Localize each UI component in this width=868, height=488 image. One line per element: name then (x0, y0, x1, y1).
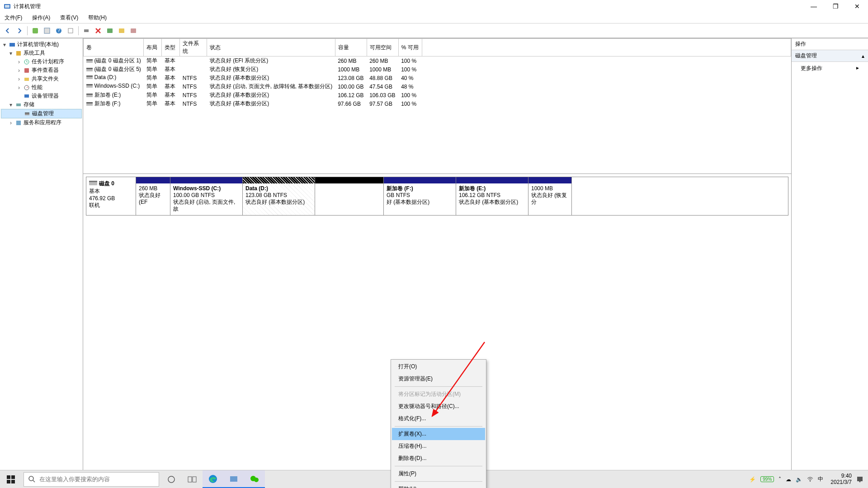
partition[interactable]: Windows-SSD (C:)100.00 GB NTFS状态良好 (启动, … (170, 177, 243, 215)
tb-icon[interactable] (42, 26, 52, 36)
partition[interactable]: 新加卷 (E:)106.12 GB NTFS状态良好 (基本数据分区) (456, 177, 528, 215)
tree-services[interactable]: ›服务和应用程序 (1, 118, 82, 127)
svg-rect-3 (44, 28, 50, 33)
svg-point-50 (810, 481, 811, 482)
actions-section[interactable]: 磁盘管理▴ (792, 50, 868, 62)
svg-point-49 (254, 478, 259, 482)
svg-text:?: ? (57, 28, 61, 33)
cortana-icon[interactable] (161, 470, 182, 488)
svg-line-42 (33, 480, 35, 482)
svg-rect-29 (86, 84, 93, 85)
ctx-props[interactable]: 属性(P) (392, 468, 485, 480)
col-layout[interactable]: 布局 (144, 39, 162, 56)
tb-icon[interactable] (81, 26, 91, 36)
minimize-button[interactable]: — (808, 3, 819, 10)
svg-point-41 (29, 476, 33, 481)
tb-icon[interactable] (117, 26, 127, 36)
start-button[interactable] (0, 470, 22, 488)
svg-rect-37 (7, 475, 10, 479)
maximize-button[interactable]: ❐ (830, 3, 841, 10)
ctx-shrink[interactable]: 压缩卷(H)... (392, 440, 485, 452)
actions-pane: 操作 磁盘管理▴ 更多操作▸ (791, 38, 868, 488)
volume-icon[interactable]: 🔈 (796, 476, 802, 483)
svg-rect-31 (86, 94, 93, 95)
onedrive-icon[interactable]: ☁ (786, 476, 791, 483)
edge-icon[interactable] (203, 470, 223, 488)
taskbar-clock[interactable]: 9:40 2021/3/7 (830, 473, 852, 485)
partition[interactable]: Data (D:)123.08 GB NTFS状态良好 (基本数据分区) (243, 177, 315, 215)
forward-button[interactable] (14, 26, 24, 36)
col-type[interactable]: 类型 (162, 39, 180, 56)
col-status[interactable]: 状态 (207, 39, 335, 56)
col-cap[interactable]: 容量 (335, 39, 367, 56)
col-pct[interactable]: % 可用 (398, 39, 422, 56)
svg-rect-18 (16, 103, 21, 106)
svg-rect-25 (86, 68, 93, 69)
wechat-icon[interactable] (244, 470, 265, 488)
table-row[interactable]: (磁盘 0 磁盘分区 1)简单基本状态良好 (EFI 系统分区)260 MB26… (84, 56, 791, 66)
tray-chevron-icon[interactable]: ˄ (778, 476, 781, 483)
notification-icon[interactable] (856, 476, 863, 483)
back-button[interactable] (3, 26, 13, 36)
partition[interactable]: 260 MB状态良好 (EF (136, 177, 170, 215)
tb-icon[interactable] (30, 26, 40, 36)
taskbar-search[interactable] (24, 472, 159, 487)
ctx-help[interactable]: 帮助(H) (392, 483, 485, 488)
menu-help[interactable]: 帮助(H) (86, 13, 108, 23)
tree-eventviewer[interactable]: ›事件查看器 (1, 66, 82, 75)
tb-help-icon[interactable]: ? (54, 26, 64, 36)
partition[interactable]: 新加卷 (F:) GB NTFS好 (基本数据分区) (384, 177, 456, 215)
battery-indicator[interactable]: 99% (760, 476, 774, 482)
svg-rect-8 (107, 28, 113, 33)
tree-shared[interactable]: ›共享文件夹 (1, 75, 82, 83)
close-button[interactable]: ✕ (852, 3, 863, 10)
tree-perf[interactable]: ›性能 (1, 83, 82, 92)
ctx-extend[interactable]: 扩展卷(X)... (392, 428, 485, 440)
disk-header[interactable]: 磁盘 0 基本 476.92 GB 联机 (86, 177, 136, 215)
table-row[interactable]: Data (D:)简单基本NTFS状态良好 (基本数据分区)123.08 GB4… (84, 74, 791, 82)
ctx-delete[interactable]: 删除卷(D)... (392, 452, 485, 465)
menu-view[interactable]: 查看(V) (58, 13, 80, 23)
svg-rect-45 (193, 477, 196, 482)
tree-tasksched[interactable]: ›任务计划程序 (1, 57, 82, 66)
tree-devmgr[interactable]: 设备管理器 (1, 92, 82, 100)
svg-rect-20 (25, 113, 29, 113)
tree-systools[interactable]: ▾系统工具 (1, 49, 82, 57)
tb-delete-icon[interactable] (93, 26, 103, 36)
svg-rect-39 (7, 480, 10, 483)
app-icon[interactable] (223, 470, 244, 488)
taskview-icon[interactable] (182, 470, 203, 488)
ctx-format[interactable]: 格式化(F)... (392, 413, 485, 425)
ctx-explorer[interactable]: 资源管理器(E) (392, 373, 485, 385)
table-row[interactable]: (磁盘 0 磁盘分区 5)简单基本状态良好 (恢复分区)1000 MB1000 … (84, 65, 791, 74)
col-fs[interactable]: 文件系统 (180, 39, 207, 56)
context-menu: 打开(O) 资源管理器(E) 将分区标记为活动分区(M) 更改驱动器号和路径(C… (391, 359, 486, 488)
col-free[interactable]: 可用空间 (367, 39, 398, 56)
tb-icon[interactable] (105, 26, 115, 36)
tb-icon[interactable] (66, 26, 75, 36)
table-row[interactable]: Windows-SSD (C:)简单基本NTFS状态良好 (启动, 页面文件, … (84, 82, 791, 91)
tb-icon[interactable] (128, 26, 138, 36)
ime-indicator[interactable]: 中 (818, 475, 823, 483)
ctx-change-letter[interactable]: 更改驱动器号和路径(C)... (392, 400, 485, 413)
ctx-open[interactable]: 打开(O) (392, 361, 485, 373)
col-volume[interactable]: 卷 (84, 39, 144, 56)
search-icon (28, 476, 36, 483)
wifi-icon[interactable] (807, 477, 813, 482)
system-tray: ⚡ 99% ˄ ☁ 🔈 中 9:40 2021/3/7 (745, 473, 868, 485)
tree-diskmgmt[interactable]: 磁盘管理 (1, 109, 82, 118)
menubar: 文件(F) 操作(A) 查看(V) 帮助(H) (0, 13, 868, 23)
partition[interactable]: 1000 MB状态良好 (恢复分 (528, 177, 572, 215)
tree-storage[interactable]: ▾存储 (1, 100, 82, 109)
search-input[interactable] (39, 476, 154, 483)
tree-root[interactable]: ▾计算机管理(本地) (1, 40, 82, 49)
menu-file[interactable]: 文件(F) (3, 13, 24, 23)
partition[interactable] (315, 177, 384, 215)
table-row[interactable]: 新加卷 (E:)简单基本NTFS状态良好 (基本数据分区)106.12 GB10… (84, 91, 791, 99)
menu-action[interactable]: 操作(A) (30, 13, 52, 23)
svg-rect-33 (86, 102, 93, 103)
actions-more[interactable]: 更多操作▸ (792, 62, 868, 75)
svg-point-43 (168, 476, 175, 483)
power-icon[interactable]: ⚡ (749, 476, 756, 483)
table-row[interactable]: 新加卷 (F:)简单基本NTFS状态良好 (基本数据分区)97.66 GB97.… (84, 99, 791, 108)
